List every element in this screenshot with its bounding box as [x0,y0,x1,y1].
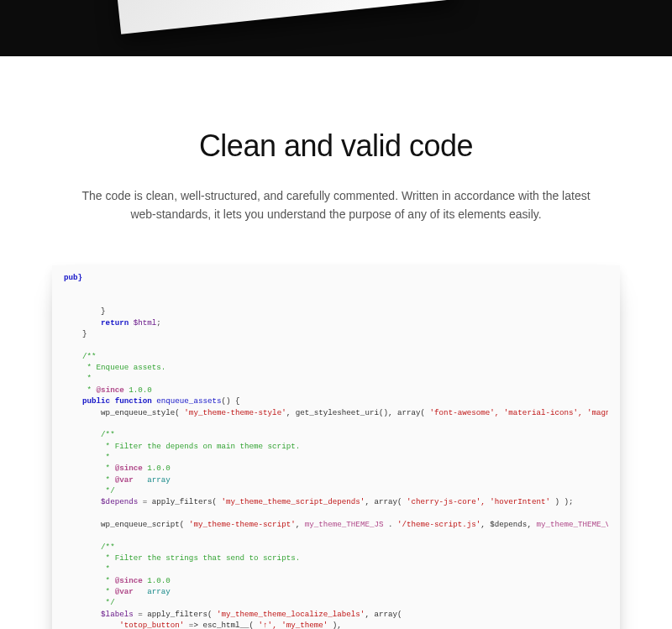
code-string: , 'hoverIntent' [480,497,550,506]
code-string: 'cherry-js-core' [407,497,480,506]
code-comment: */ [64,598,115,607]
code-string: 'my_theme_theme_localize_labels' [217,610,365,619]
section-heading: Clean and valid code [42,128,630,164]
code-tag: @var [115,475,134,485]
hero-dark-band [0,0,672,56]
code-comment: * Filter the depends on main theme scrip… [64,442,300,451]
code-token: , get_stylesheet_uri(), array( [286,408,430,417]
code-token: array [134,587,171,596]
code-token: array [134,475,171,485]
code-token: , [296,520,305,529]
code-string: , 'material-icons' [495,408,578,417]
code-block: pub} } return $html; } /** * Enqueue ass… [64,272,608,629]
section-subtext: The code is clean, well-structured, and … [80,187,592,223]
code-comment: /** [64,543,115,552]
code-string: , 'my_theme' [272,621,328,629]
code-comment: /** [64,430,115,439]
code-tag: @since [115,576,143,585]
code-token: $html [129,318,156,328]
code-token: 1.0.0 [143,576,171,585]
code-token: pub} [64,273,82,282]
code-token: , array( [365,497,407,506]
code-comment: * Enqueue assets. [64,363,165,372]
code-token: 1.0.0 [143,464,171,473]
code-comment: */ [64,486,115,495]
code-const: my_theme_THEME_JS [305,520,384,529]
code-keyword: public function [64,396,152,406]
code-token: . [383,520,397,529]
code-string: 'my_theme-theme-script' [189,520,296,529]
code-comment: * Filter the strings that send to script… [64,553,300,563]
code-method: enqueue_assets [152,396,222,406]
code-comment: * [64,464,115,473]
code-token: wp_enqueue_script( [64,520,189,529]
code-token: return [64,318,129,328]
code-comment: * [64,385,97,395]
code-token: , $depends, [480,520,536,529]
code-comment: * [64,564,110,574]
code-comment: * [64,587,115,596]
code-tag: @since [97,385,124,395]
code-comment: /** [64,352,97,361]
code-string: 'totop_button' [64,621,184,629]
code-tag: @var [115,587,134,596]
code-tag: @since [115,464,143,473]
code-comment: * [64,453,110,462]
code-token: , array( [365,610,402,619]
clean-code-section: Clean and valid code The code is clean, … [0,56,672,249]
code-token: = apply_filters( [138,497,221,506]
code-string: , 'magnific-popup' [578,408,608,417]
code-token: } [64,307,106,316]
code-token: } [64,329,87,338]
code-comment: * [64,475,115,485]
code-token: ; [156,318,161,328]
code-const: my_theme_THEME_VERSION [536,520,608,529]
code-string: '↑' [259,621,273,629]
code-var: $depends [64,497,138,506]
code-string: 'my_theme_theme_script_depends' [221,497,365,506]
code-comment: * [64,374,92,383]
code-token: () { [221,396,239,406]
code-token: 1.0.0 [124,385,152,395]
code-token: ) ); [550,497,574,506]
code-var: $labels [64,610,134,619]
code-token: ), [328,621,342,629]
code-token: wp_enqueue_style( [64,408,184,417]
code-string: 'my_theme-theme-style' [184,408,286,417]
code-comment: * [64,576,115,585]
code-string: '/theme-script.js' [397,520,480,529]
code-string: 'font-awesome' [430,408,495,417]
code-sample-card: pub} } return $html; } /** * Enqueue ass… [52,265,620,629]
code-token: = apply_filters( [134,610,217,619]
code-token: => esc_html__( [184,621,258,629]
